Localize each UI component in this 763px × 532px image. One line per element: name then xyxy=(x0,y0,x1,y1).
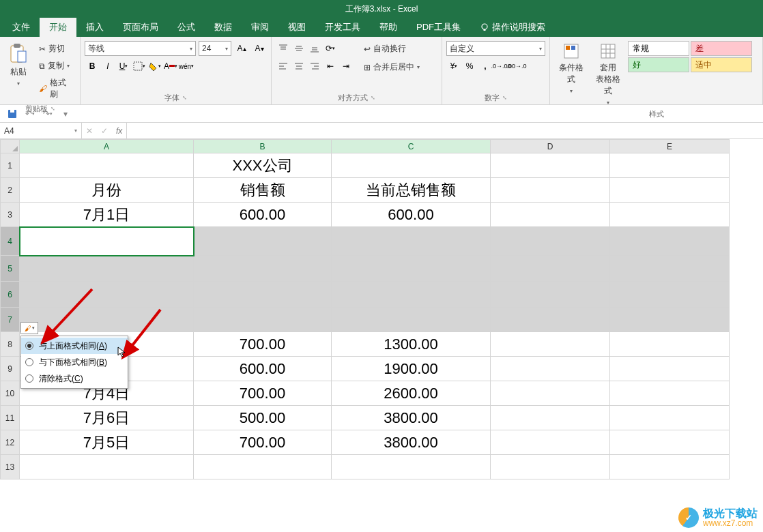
cell[interactable] xyxy=(610,153,730,178)
cell[interactable] xyxy=(610,282,730,308)
cell[interactable] xyxy=(194,256,332,282)
style-normal[interactable]: 常规 xyxy=(628,41,689,56)
cell[interactable]: XXX公司 xyxy=(194,153,332,178)
row-header[interactable]: 6 xyxy=(1,282,20,308)
menu-format-same-below[interactable]: 与下面格式相同(B) xyxy=(21,354,128,370)
accounting-format-icon[interactable]: ¥▾ xyxy=(446,59,461,74)
row-header[interactable]: 11 xyxy=(1,406,20,430)
tab-formulas[interactable]: 公式 xyxy=(168,18,205,37)
tab-insert[interactable]: 插入 xyxy=(76,18,113,37)
fx-icon[interactable]: fx xyxy=(112,126,126,136)
cell[interactable]: 600.00 xyxy=(194,357,332,381)
cancel-icon[interactable]: ✕ xyxy=(82,123,97,138)
cut-button[interactable]: ✂剪切 xyxy=(35,41,76,57)
cell[interactable] xyxy=(332,282,491,308)
italic-button[interactable]: I xyxy=(100,59,115,74)
percent-icon[interactable]: % xyxy=(462,59,477,74)
style-bad[interactable]: 差 xyxy=(691,41,752,56)
formula-bar-input[interactable] xyxy=(127,123,763,138)
cell[interactable] xyxy=(20,308,194,332)
tab-data[interactable]: 数据 xyxy=(205,18,242,37)
row-header[interactable]: 12 xyxy=(1,430,20,455)
align-bottom-icon[interactable] xyxy=(307,41,322,56)
cell[interactable] xyxy=(491,381,610,406)
cell[interactable]: 3800.00 xyxy=(332,406,491,430)
row-header[interactable]: 5 xyxy=(1,256,20,282)
decrease-indent-icon[interactable]: ⇤ xyxy=(323,59,338,74)
col-header[interactable]: D xyxy=(491,140,610,153)
cell[interactable] xyxy=(332,256,491,282)
cell[interactable] xyxy=(491,406,610,430)
cell[interactable] xyxy=(20,256,194,282)
enter-icon[interactable]: ✓ xyxy=(97,123,112,138)
cell[interactable] xyxy=(491,455,610,479)
cell[interactable] xyxy=(610,178,730,203)
cell[interactable] xyxy=(610,227,730,256)
conditional-format-button[interactable]: 条件格式▾ xyxy=(554,41,588,96)
cell[interactable] xyxy=(20,153,194,178)
cell[interactable]: 7月6日 xyxy=(20,406,194,430)
cell[interactable] xyxy=(332,455,491,479)
cell[interactable]: 7月1日 xyxy=(20,203,194,227)
cell[interactable] xyxy=(194,308,332,332)
cell[interactable]: 3800.00 xyxy=(332,430,491,455)
cell[interactable]: 600.00 xyxy=(332,203,491,227)
increase-font-icon[interactable]: A▴ xyxy=(234,41,249,56)
cell[interactable] xyxy=(491,256,610,282)
tab-home[interactable]: 开始 xyxy=(40,18,76,37)
cell[interactable] xyxy=(491,153,610,178)
row-header[interactable]: 8 xyxy=(1,332,20,357)
select-all-corner[interactable] xyxy=(1,140,20,153)
cell[interactable] xyxy=(610,256,730,282)
cell[interactable] xyxy=(491,178,610,203)
cell[interactable]: 600.00 xyxy=(194,203,332,227)
cell[interactable] xyxy=(194,227,332,256)
cell[interactable] xyxy=(491,282,610,308)
align-right-icon[interactable] xyxy=(307,59,322,74)
cell[interactable]: 500.00 xyxy=(194,406,332,430)
cell[interactable] xyxy=(20,282,194,308)
cell[interactable]: 2600.00 xyxy=(332,381,491,406)
style-neutral[interactable]: 适中 xyxy=(691,57,752,72)
tab-page-layout[interactable]: 页面布局 xyxy=(113,18,168,37)
cell[interactable] xyxy=(194,455,332,479)
save-icon[interactable] xyxy=(5,107,19,121)
cell[interactable] xyxy=(610,381,730,406)
cell[interactable]: 1300.00 xyxy=(332,332,491,357)
col-header[interactable]: C xyxy=(332,140,491,153)
align-middle-icon[interactable] xyxy=(291,41,306,56)
insert-options-smarttag[interactable]: 🖌▾ xyxy=(20,322,38,334)
cell[interactable]: 700.00 xyxy=(194,332,332,357)
worksheet-grid[interactable]: ABCDE1XXX公司2月份销售额当前总销售额37月1日600.00600.00… xyxy=(0,139,763,479)
tab-review[interactable]: 审阅 xyxy=(242,18,278,37)
col-header[interactable]: A xyxy=(20,140,194,153)
cell[interactable] xyxy=(610,332,730,357)
undo-icon[interactable]: ↶▾ xyxy=(23,107,37,121)
align-top-icon[interactable] xyxy=(276,41,291,56)
cell[interactable] xyxy=(491,332,610,357)
tab-file[interactable]: 文件 xyxy=(3,18,40,37)
border-button[interactable]: ▾ xyxy=(132,59,147,74)
fill-color-button[interactable]: ▾ xyxy=(147,59,162,74)
cell[interactable] xyxy=(610,357,730,381)
decrease-decimal-icon[interactable]: .00→.0 xyxy=(509,59,524,74)
paste-button[interactable]: 粘贴 ▾ xyxy=(4,41,33,89)
name-box[interactable]: A4▾ xyxy=(0,123,82,138)
wrap-text-button[interactable]: ↩自动换行 xyxy=(360,41,423,57)
bold-button[interactable]: B xyxy=(85,59,100,74)
tab-pdf-tools[interactable]: PDF工具集 xyxy=(407,18,470,37)
format-as-table-button[interactable]: 套用 表格格式▾ xyxy=(591,41,625,108)
col-header[interactable]: B xyxy=(194,140,332,153)
row-header[interactable]: 1 xyxy=(1,153,20,178)
cell[interactable] xyxy=(491,430,610,455)
number-format-combo[interactable]: 自定义▾ xyxy=(446,41,545,56)
cell[interactable] xyxy=(20,455,194,479)
cell[interactable] xyxy=(491,308,610,332)
format-painter-button[interactable]: 🖌格式刷 xyxy=(35,75,76,102)
phonetic-button[interactable]: wén▾ xyxy=(179,59,194,74)
cell[interactable]: 1900.00 xyxy=(332,357,491,381)
menu-clear-format[interactable]: 清除格式(C) xyxy=(21,370,128,387)
align-left-icon[interactable] xyxy=(276,59,291,74)
cell[interactable] xyxy=(332,308,491,332)
tell-me-search[interactable]: 操作说明搜索 xyxy=(470,18,555,37)
